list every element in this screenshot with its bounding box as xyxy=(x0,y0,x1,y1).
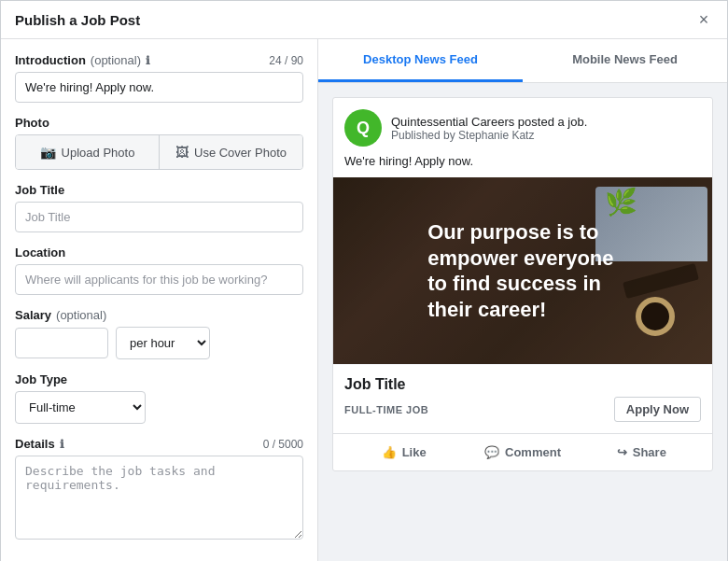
salary-label: Salary (optional) xyxy=(15,308,303,322)
introduction-help-icon[interactable]: ℹ xyxy=(146,54,150,67)
like-button[interactable]: 👍 Like xyxy=(344,440,463,465)
comment-icon: 💬 xyxy=(484,445,499,459)
tab-mobile[interactable]: Mobile News Feed xyxy=(523,39,727,82)
post-header: Q Quintessential Careers posted a job. P… xyxy=(333,98,712,154)
company-name: Quintessential Careers posted a job. xyxy=(391,115,701,129)
location-field-group: Location xyxy=(15,245,303,295)
details-label: Details ℹ 0 / 5000 xyxy=(15,437,303,451)
job-type-field-group: Job Type Full-time Part-time Contract In… xyxy=(15,372,303,424)
post-image: 🌿 Our purpose is to empower everyone to … xyxy=(333,177,712,364)
modal-body: Introduction (optional) ℹ 24 / 90 Photo … xyxy=(1,39,727,561)
post-job-title: Job Title xyxy=(344,376,701,393)
modal: Publish a Job Post × Introduction (optio… xyxy=(0,0,728,561)
location-input[interactable] xyxy=(15,264,303,295)
job-title-label: Job Title xyxy=(15,183,303,197)
right-panel: Desktop News Feed Mobile News Feed Q xyxy=(318,39,727,561)
image-icon: 🖼 xyxy=(175,145,189,160)
introduction-field-group: Introduction (optional) ℹ 24 / 90 xyxy=(15,53,303,103)
salary-optional: (optional) xyxy=(56,308,106,322)
modal-title: Publish a Job Post xyxy=(15,12,140,28)
tab-desktop[interactable]: Desktop News Feed xyxy=(318,39,523,82)
post-intro-text: We're hiring! Apply now. xyxy=(333,154,712,177)
image-text: Our purpose is to empower everyone to fi… xyxy=(409,201,637,341)
preview-content: Q Quintessential Careers posted a job. P… xyxy=(318,83,727,485)
details-char-count: 0 / 5000 xyxy=(263,438,303,451)
job-title-field-group: Job Title xyxy=(15,183,303,232)
coffee-decoration xyxy=(636,297,675,336)
salary-period-select[interactable]: per hour per day per week per month per … xyxy=(116,327,210,359)
job-type-select[interactable]: Full-time Part-time Contract Internship … xyxy=(15,391,146,424)
salary-row: per hour per day per week per month per … xyxy=(15,327,303,359)
post-meta: Quintessential Careers posted a job. Pub… xyxy=(391,115,701,142)
introduction-char-count: 24 / 90 xyxy=(269,54,303,67)
share-icon: ↪ xyxy=(617,445,627,459)
post-job-type-label: FULL-TIME JOB xyxy=(344,404,428,415)
use-cover-photo-button[interactable]: 🖼 Use Cover Photo xyxy=(160,135,302,169)
salary-field-group: Salary (optional) per hour per day per w… xyxy=(15,308,303,359)
like-icon: 👍 xyxy=(382,445,397,459)
left-panel: Introduction (optional) ℹ 24 / 90 Photo … xyxy=(1,39,318,561)
introduction-input[interactable] xyxy=(15,72,303,103)
comment-button[interactable]: 💬 Comment xyxy=(463,440,581,465)
camera-icon: 📷 xyxy=(40,145,56,160)
preview-tabs: Desktop News Feed Mobile News Feed xyxy=(318,39,727,83)
details-help-icon[interactable]: ℹ xyxy=(60,438,64,451)
modal-header: Publish a Job Post × xyxy=(1,1,727,39)
job-type-label: Job Type xyxy=(15,372,303,386)
apply-now-button[interactable]: Apply Now xyxy=(614,397,701,422)
details-field-group: Details ℹ 0 / 5000 xyxy=(15,437,303,542)
introduction-optional: (optional) xyxy=(91,53,141,67)
company-avatar: Q xyxy=(344,109,382,147)
job-title-input[interactable] xyxy=(15,202,303,232)
details-textarea[interactable] xyxy=(15,456,303,540)
salary-amount-input[interactable] xyxy=(15,328,108,358)
upload-photo-button[interactable]: 📷 Upload Photo xyxy=(16,135,160,169)
location-label: Location xyxy=(15,245,303,259)
introduction-label: Introduction (optional) ℹ 24 / 90 xyxy=(15,53,303,67)
photo-section: 📷 Upload Photo 🖼 Use Cover Photo xyxy=(15,134,303,170)
post-card: Q Quintessential Careers posted a job. P… xyxy=(332,97,713,471)
share-button[interactable]: ↪ Share xyxy=(582,440,701,465)
post-job-type-row: FULL-TIME JOB Apply Now xyxy=(344,397,701,422)
photo-field-group: Photo 📷 Upload Photo 🖼 Use Cover Photo xyxy=(15,116,303,170)
post-actions: 👍 Like 💬 Comment ↪ Share xyxy=(333,433,712,470)
photo-label: Photo xyxy=(15,116,303,130)
post-job-info: Job Title FULL-TIME JOB Apply Now xyxy=(333,364,712,433)
post-subtitle: Published by Stephanie Katz xyxy=(391,129,701,142)
close-button[interactable]: × xyxy=(694,10,713,29)
